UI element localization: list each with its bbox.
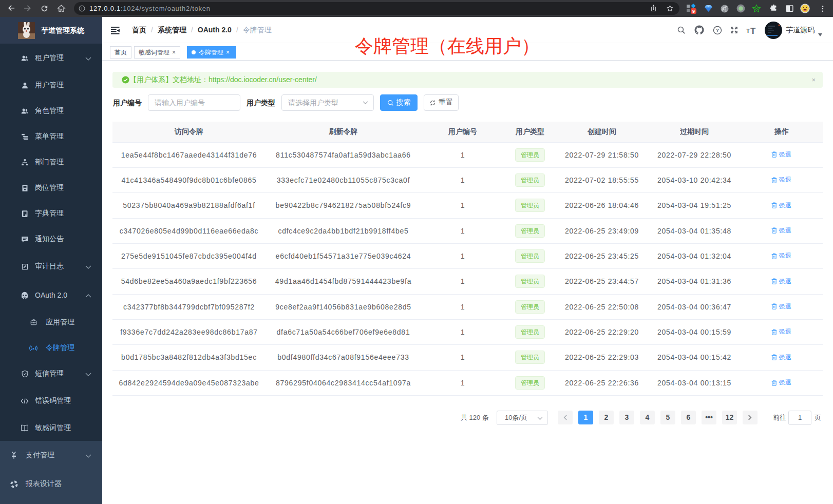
svg-text:T: T	[746, 27, 750, 34]
svg-text:?: ?	[716, 27, 719, 33]
svg-text:T: T	[750, 26, 756, 35]
svg-text:a: a	[32, 346, 34, 350]
svg-text:9: 9	[692, 9, 695, 14]
